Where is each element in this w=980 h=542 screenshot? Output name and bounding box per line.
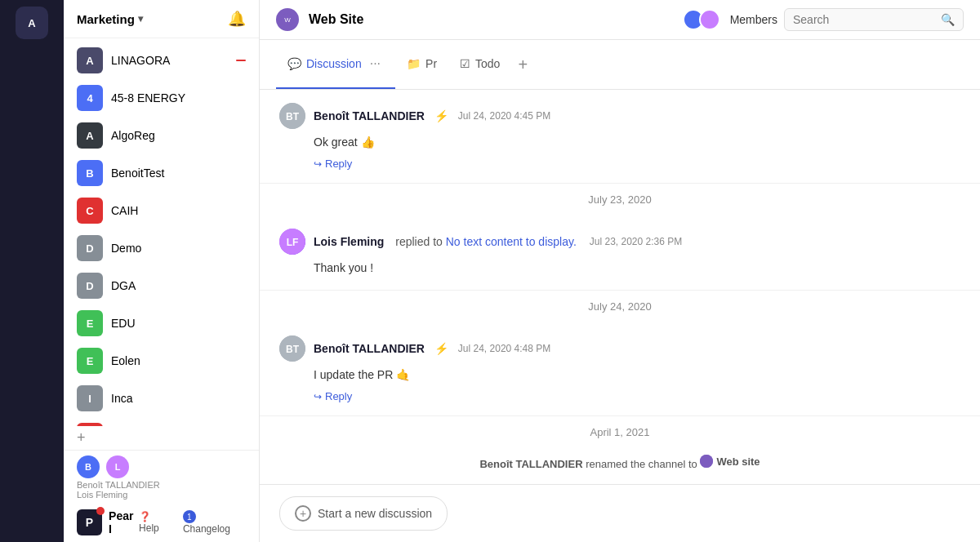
main-content: W Web Site Members 🔍 💬 Discussion ··· 📁 … (260, 0, 980, 542)
help-button[interactable]: ❓ Help (139, 511, 173, 534)
sidebar-item-benoittest[interactable]: B BenoitTest (64, 154, 259, 192)
svg-text:LF: LF (287, 237, 299, 248)
sidebar-item-caih[interactable]: C CAIH (64, 192, 259, 229)
sidebar-bottom-bar: P Pear I ❓ Help 1 Changelog (64, 503, 259, 542)
message-sender: Benoît TALLANDIER (314, 109, 425, 122)
search-box[interactable]: 🔍 (784, 8, 964, 31)
search-icon: 🔍 (941, 13, 955, 26)
messages-area: BT Benoît TALLANDIER ⚡ Jul 24, 2020 4:45… (260, 90, 980, 484)
channel-avatar: I (77, 385, 103, 411)
reply-context: replied to No text content to display. (392, 235, 576, 248)
bell-icon[interactable]: 🔔 (228, 10, 246, 28)
sidebar-item-dga[interactable]: D DGA (64, 267, 259, 304)
app-icon[interactable]: A (16, 7, 48, 39)
main-header: W Web Site Members 🔍 (260, 0, 980, 40)
message-body: Thank you ! (314, 260, 960, 277)
svg-text:W: W (284, 16, 291, 24)
svg-point-10 (700, 455, 713, 468)
question-icon: ❓ (139, 511, 151, 522)
channel-avatar: A (77, 122, 103, 149)
sidebar-item-inca[interactable]: I Inca (64, 380, 259, 417)
channel-icon: W (276, 8, 299, 31)
svg-text:BT: BT (286, 344, 300, 355)
message-sender: Benoît TALLANDIER (314, 342, 425, 355)
message-header: BT Benoît TALLANDIER ⚡ Jul 24, 2020 4:45… (279, 103, 960, 129)
app-sidebar: A (0, 0, 64, 542)
plus-circle-icon: + (295, 505, 311, 522)
date-separator: July 24, 2020 (260, 291, 980, 322)
tab-discussion[interactable]: 💬 Discussion ··· (276, 40, 395, 89)
sidebar-item-edu[interactable]: E EDU (64, 304, 259, 342)
add-tab-button[interactable]: + (511, 49, 534, 81)
workspace-title[interactable]: Marketing ▾ (77, 12, 143, 26)
member-avatars (683, 9, 715, 30)
sidebar-header: Marketing ▾ 🔔 (64, 0, 259, 38)
checkbox-icon: ☑ (460, 57, 470, 70)
lightning-icon: ⚡ (434, 109, 448, 122)
reply-button[interactable]: ↪ Reply (314, 158, 352, 170)
chevron-down-icon: ▾ (138, 13, 143, 24)
system-msg-channel-ref: Web site (700, 455, 760, 468)
sidebar-item-algoreg[interactable]: A AlgoReg (64, 117, 259, 154)
sidebar-item-linagora[interactable]: A LINAGORA (64, 42, 259, 79)
system-msg-action: renamed the channel to (586, 458, 700, 470)
search-input[interactable] (793, 13, 936, 26)
members-label[interactable]: Members (730, 13, 777, 26)
main-channel-name: Web Site (309, 12, 363, 27)
message-body: I update the PR 🤙 (314, 367, 960, 384)
channel-avatar: E (77, 310, 103, 336)
date-separator: April 1, 2021 (260, 416, 980, 448)
channel-avatar: D (77, 273, 103, 299)
add-channel-button[interactable]: + (64, 426, 259, 450)
channel-avatar: E (77, 348, 103, 374)
sidebar-item-eolen[interactable]: E Eolen (64, 342, 259, 380)
message-sender: Lois Fleming (314, 235, 384, 248)
system-message: Benoît TALLANDIER renamed the channel to… (260, 448, 980, 477)
system-msg-channel-name: Web site (716, 455, 760, 468)
avatar-benoit: BT (279, 335, 305, 362)
folder-icon: 📁 (407, 57, 421, 70)
sidebar-item-45-8-energy[interactable]: 4 45-8 ENERGY (64, 79, 259, 117)
changelog-count-badge: 1 (183, 510, 196, 523)
tab-more-button[interactable]: ··· (367, 50, 384, 78)
member-avatar-2 (699, 9, 720, 30)
tab-todo[interactable]: ☑ Todo (448, 47, 511, 82)
message-block: BT Benoît TALLANDIER ⚡ Jul 24, 2020 4:48… (260, 322, 980, 416)
reply-arrow-icon: ↪ (314, 158, 322, 170)
message-header: LF Lois Fleming replied to No text conte… (279, 229, 960, 255)
footer-user-names: Benoît TALLANDIER (77, 480, 246, 490)
message-time: Jul 24, 2020 4:45 PM (458, 110, 550, 122)
reply-arrow-icon: ↪ (314, 391, 322, 402)
members-section: Members 🔍 (683, 8, 964, 31)
reply-button[interactable]: ↪ Reply (314, 390, 352, 402)
start-discussion-button[interactable]: + Start a new discussion (279, 496, 448, 531)
message-header: BT Benoît TALLANDIER ⚡ Jul 24, 2020 4:48… (279, 335, 960, 362)
channel-sidebar: Marketing ▾ 🔔 A LINAGORA 4 45-8 ENERGY A… (64, 0, 260, 542)
sidebar-item-demo[interactable]: D Demo (64, 229, 259, 267)
avatar-lois: LF (279, 229, 305, 255)
changelog-button[interactable]: 1 Changelog (183, 510, 246, 535)
channel-avatar: B (77, 160, 103, 186)
channel-avatar: C (77, 198, 103, 224)
footer-user-names-2: Lois Fleming (77, 490, 246, 500)
channel-avatar: D (77, 235, 103, 261)
message-block: LF Lois Fleming replied to No text conte… (260, 215, 980, 291)
discussion-footer: + Start a new discussion (260, 484, 980, 542)
channel-avatar: A (77, 47, 103, 73)
avatar-benoit: BT (279, 103, 305, 129)
unread-badge (236, 60, 246, 61)
footer-user-avatar-benoit: B (77, 455, 100, 478)
reply-to-link[interactable]: No text content to display. (446, 235, 577, 248)
discussion-icon: 💬 (287, 57, 301, 70)
date-separator: July 23, 2020 (260, 184, 980, 215)
svg-text:BT: BT (286, 111, 300, 122)
app-switcher[interactable]: P Pear I (77, 509, 139, 535)
tab-pr[interactable]: 📁 Pr (395, 47, 448, 82)
channel-avatar: K (77, 423, 103, 426)
pear-app-icon: P (77, 509, 102, 535)
sidebar-item-kelio[interactable]: K Kelio (64, 417, 259, 426)
notification-badge (96, 507, 105, 515)
message-time: Jul 23, 2020 2:36 PM (590, 236, 682, 247)
lightning-icon: ⚡ (434, 342, 448, 355)
channel-avatar: 4 (77, 85, 103, 111)
